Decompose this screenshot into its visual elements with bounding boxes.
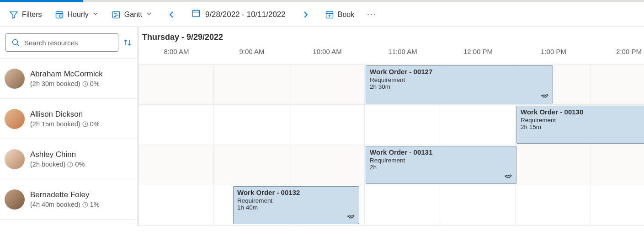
gantt-hour-cell	[138, 65, 214, 104]
hourly-dropdown[interactable]: Hourly	[55, 10, 99, 19]
gantt-row[interactable]: Work Order - 00132 Requirement 1h 40m	[138, 185, 644, 226]
pct-text: 0%	[90, 120, 100, 128]
clock-icon	[82, 81, 88, 87]
pct-text: 1%	[90, 201, 100, 208]
main: Abraham McCormick (2h 30m booked) 0% All…	[0, 27, 644, 226]
booked-text: (2h 30m booked)	[30, 80, 80, 87]
gantt-hour-cell	[214, 145, 289, 185]
gantt-hour-cell	[591, 65, 644, 104]
booking-block[interactable]: Work Order - 00131 Requirement 2h	[366, 146, 516, 184]
booking-requirement: Requirement	[237, 197, 355, 204]
gantt-hour-cell	[214, 65, 289, 104]
more-menu[interactable]: ···	[367, 10, 377, 19]
filters-button[interactable]: Filters	[9, 10, 42, 19]
gantt-hour-cell	[289, 65, 365, 104]
booking-duration: 2h 30m	[370, 83, 549, 90]
resource-row[interactable]: Allison Dickson (2h 15m booked) 0%	[0, 99, 138, 139]
svg-line-27	[70, 164, 71, 165]
booking-requirement: Requirement	[521, 117, 644, 124]
resource-info: Ashley Chinn (2h booked) 0%	[30, 150, 133, 168]
booking-block[interactable]: Work Order - 00130 Requirement 2h 15m	[516, 106, 644, 144]
svg-point-17	[13, 40, 18, 45]
clock-icon	[82, 202, 88, 208]
resource-row[interactable]: Bernadette Foley (4h 40m booked) 1%	[0, 179, 138, 220]
resource-name: Allison Dickson	[30, 110, 133, 119]
gantt-body: Work Order - 00127 Requirement 2h 30m Wo…	[138, 65, 644, 226]
gantt-hour-cell	[440, 105, 516, 145]
booking-block[interactable]: Work Order - 00127 Requirement 2h 30m	[366, 65, 553, 103]
gantt-hour-cell	[516, 185, 591, 225]
booking-title: Work Order - 00127	[370, 68, 549, 75]
chevron-down-icon	[146, 11, 152, 19]
book-button[interactable]: Book	[325, 10, 354, 19]
resource-name: Abraham McCormick	[30, 70, 133, 79]
search-input[interactable]	[24, 39, 112, 47]
tab-indicator	[0, 0, 644, 2]
booking-duration: 1h 40m	[237, 204, 355, 211]
booking-requirement: Requirement	[370, 76, 549, 83]
sort-button[interactable]	[123, 38, 132, 47]
filters-label: Filters	[22, 11, 42, 19]
date-range-picker[interactable]: 9/28/2022 - 10/11/2022	[192, 9, 286, 20]
svg-line-30	[85, 205, 86, 205]
gantt-dropdown[interactable]: Gantt	[112, 10, 152, 19]
booked-text: (4h 40m booked)	[30, 201, 80, 208]
chevron-down-icon	[92, 11, 99, 19]
hour-label: 1:00 PM	[516, 48, 591, 64]
pct-text: 0%	[90, 80, 100, 87]
clock-icon	[82, 121, 88, 127]
gantt-hour-cell	[591, 145, 644, 185]
book-icon	[325, 10, 334, 19]
hour-label: 11:00 AM	[365, 48, 440, 64]
gantt-hour-cell	[289, 145, 365, 185]
search-icon	[11, 38, 20, 47]
book-label: Book	[338, 11, 354, 19]
booking-title: Work Order - 00130	[521, 108, 644, 116]
gantt-icon	[112, 10, 121, 19]
hourly-label: Hourly	[68, 11, 89, 19]
toolbar: Filters Hourly Gantt 9/28/2022 - 10/11/2…	[0, 2, 644, 27]
avatar	[5, 109, 25, 129]
resource-meta: (2h 30m booked) 0%	[30, 80, 133, 87]
booking-title: Work Order - 00132	[237, 189, 355, 196]
handshake-icon	[504, 172, 512, 181]
gantt-hour-cell	[138, 185, 214, 225]
gantt-row[interactable]: Work Order - 00130 Requirement 2h 15m	[138, 105, 644, 145]
svg-line-4	[61, 16, 61, 16]
resource-row[interactable]: Abraham McCormick (2h 30m booked) 0%	[0, 59, 138, 99]
date-range-label: 9/28/2022 - 10/11/2022	[205, 10, 286, 19]
gantt-hour-cell	[214, 105, 289, 145]
gantt-row[interactable]: Work Order - 00127 Requirement 2h 30m	[138, 65, 644, 105]
hour-label: 9:00 AM	[214, 48, 289, 64]
timeline-date-label: Thursday - 9/29/2022	[138, 27, 644, 48]
svg-line-21	[85, 84, 86, 84]
booking-requirement: Requirement	[370, 157, 512, 164]
resource-row[interactable]: Ashley Chinn (2h booked) 0%	[0, 139, 138, 179]
booking-duration: 2h 15m	[521, 124, 644, 130]
resource-info: Allison Dickson (2h 15m booked) 0%	[30, 110, 133, 128]
booking-block[interactable]: Work Order - 00132 Requirement 1h 40m	[233, 186, 359, 224]
gantt-hour-cell	[138, 105, 214, 145]
svg-line-24	[85, 124, 86, 124]
booking-duration: 2h	[370, 164, 512, 171]
gantt-hour-cell	[591, 185, 644, 225]
hours-row: 8:00 AM9:00 AM10:00 AM11:00 AM12:00 PM1:…	[138, 48, 644, 64]
gantt-hour-cell	[289, 105, 365, 145]
handshake-icon	[347, 213, 355, 221]
avatar	[5, 189, 25, 210]
timeline-header: Thursday - 9/29/2022 8:00 AM9:00 AM10:00…	[138, 27, 644, 65]
gantt-row[interactable]: Work Order - 00131 Requirement 2h	[138, 145, 644, 185]
gantt-hour-cell	[138, 145, 214, 185]
next-date-button[interactable]	[298, 11, 312, 19]
gantt-hour-cell	[516, 145, 591, 185]
calendar-hourly-icon	[55, 10, 64, 19]
search-box[interactable]	[5, 33, 118, 52]
resource-meta: (2h booked) 0%	[30, 161, 133, 168]
booking-title: Work Order - 00131	[370, 148, 512, 156]
avatar	[5, 69, 25, 89]
filter-icon	[9, 10, 18, 19]
resource-panel: Abraham McCormick (2h 30m booked) 0% All…	[0, 27, 138, 226]
prev-date-button[interactable]	[165, 11, 179, 19]
avatar	[5, 149, 25, 169]
handshake-icon	[541, 92, 549, 100]
